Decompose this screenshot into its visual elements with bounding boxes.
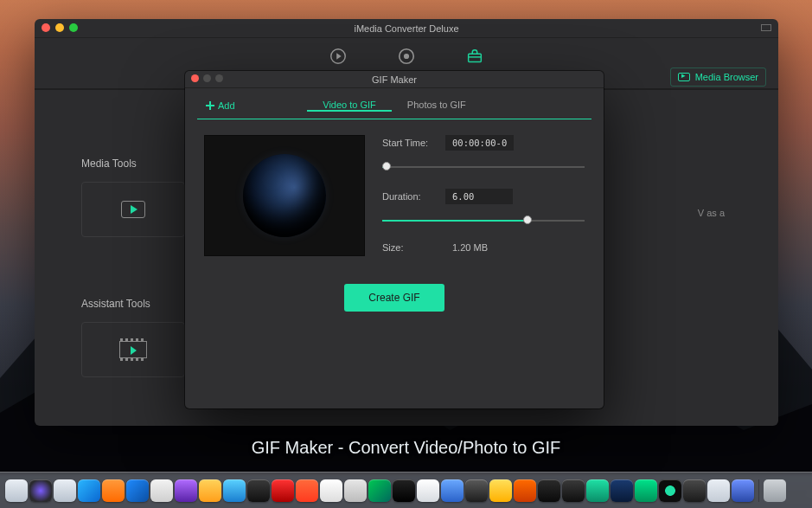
dock-app-12[interactable] bbox=[296, 479, 318, 502]
dock-app-25[interactable] bbox=[611, 479, 633, 502]
media-browser-label: Media Browser bbox=[695, 72, 758, 82]
burn-icon bbox=[397, 47, 416, 66]
size-label: Size: bbox=[382, 242, 437, 253]
dock-app-8[interactable] bbox=[199, 479, 221, 502]
dock[interactable] bbox=[0, 472, 812, 508]
dock-app-17[interactable] bbox=[417, 479, 439, 502]
dock-app-10[interactable] bbox=[247, 479, 270, 502]
dock-app-5[interactable] bbox=[126, 479, 149, 502]
duration-slider[interactable] bbox=[382, 213, 585, 228]
convert-icon bbox=[329, 47, 348, 66]
gif-maker-window: GIF Maker Add Video to GIF Photos to GIF bbox=[185, 71, 604, 408]
size-value: 1.20 MB bbox=[452, 242, 488, 253]
dock-app-15[interactable] bbox=[368, 479, 391, 502]
dock-app-19[interactable] bbox=[465, 479, 488, 502]
svg-rect-4 bbox=[469, 54, 482, 61]
media-browser-button[interactable]: Media Browser bbox=[670, 68, 766, 87]
dock-app-7[interactable] bbox=[175, 479, 197, 502]
gif-controls: Start Time: 00:00:00-0 Duration: 6.00 bbox=[382, 135, 585, 261]
dock-app-26[interactable] bbox=[635, 479, 657, 502]
create-gif-label: Create GIF bbox=[368, 292, 419, 304]
dock-app-16[interactable] bbox=[393, 479, 415, 502]
gif-tool-icon bbox=[119, 341, 147, 358]
minimize-icon[interactable] bbox=[55, 23, 64, 32]
toolbox-icon bbox=[465, 47, 484, 66]
section-assistant-tools: Assistant Tools bbox=[81, 298, 150, 310]
start-time-value[interactable]: 00:00:00-0 bbox=[445, 135, 514, 151]
svg-marker-1 bbox=[337, 53, 342, 59]
dock-app-3[interactable] bbox=[78, 479, 100, 502]
play-icon bbox=[121, 201, 145, 218]
tab-label: Photos to GIF bbox=[407, 100, 466, 110]
dock-app-23[interactable] bbox=[562, 479, 585, 502]
dock-app-6[interactable] bbox=[150, 479, 173, 502]
dock-app-0[interactable] bbox=[5, 479, 28, 502]
dock-app-21[interactable] bbox=[514, 479, 536, 502]
media-tool-card[interactable] bbox=[81, 182, 185, 237]
dock-app-30[interactable] bbox=[732, 479, 754, 502]
dock-app-18[interactable] bbox=[441, 479, 464, 502]
zoom-icon[interactable] bbox=[69, 23, 78, 32]
dock-app-13[interactable] bbox=[320, 479, 342, 502]
svg-point-3 bbox=[405, 55, 409, 59]
dock-app-28[interactable] bbox=[683, 479, 706, 502]
close-icon[interactable] bbox=[191, 74, 199, 82]
media-browser-icon bbox=[678, 73, 690, 81]
minimize-icon bbox=[203, 74, 211, 82]
tab-label: Video to GIF bbox=[323, 100, 376, 110]
desktop: iMedia Converter Deluxe Convert Burn bbox=[0, 0, 812, 508]
dock-app-2[interactable] bbox=[54, 479, 76, 502]
globe-thumbnail bbox=[243, 154, 326, 237]
dock-app-29[interactable] bbox=[707, 479, 730, 502]
duration-value[interactable]: 6.00 bbox=[445, 189, 513, 204]
close-icon[interactable] bbox=[42, 23, 50, 32]
dock-app-22[interactable] bbox=[538, 479, 560, 502]
dock-app-27[interactable] bbox=[659, 479, 681, 502]
dock-app-14[interactable] bbox=[344, 479, 367, 502]
trash-icon[interactable] bbox=[764, 479, 786, 502]
main-titlebar[interactable]: iMedia Converter Deluxe bbox=[35, 19, 778, 38]
tab-video-to-gif[interactable]: Video to GIF bbox=[307, 100, 392, 112]
assistant-tool-card[interactable] bbox=[81, 322, 185, 377]
modal-tabbar: Add Video to GIF Photos to GIF bbox=[197, 92, 591, 119]
main-window-title: iMedia Converter Deluxe bbox=[354, 23, 458, 34]
dock-separator bbox=[758, 479, 759, 502]
dock-app-11[interactable] bbox=[272, 479, 294, 502]
dock-app-24[interactable] bbox=[586, 479, 609, 502]
screenshot-caption: GIF Maker - Convert Video/Photo to GIF bbox=[0, 438, 812, 458]
video-preview[interactable] bbox=[204, 135, 365, 256]
create-gif-button[interactable]: Create GIF bbox=[344, 284, 444, 312]
modal-title: GIF Maker bbox=[372, 74, 417, 85]
start-time-slider[interactable] bbox=[382, 159, 585, 175]
dock-app-20[interactable] bbox=[489, 479, 512, 502]
section-media-tools: Media Tools bbox=[81, 158, 137, 170]
dock-app-1[interactable] bbox=[29, 479, 52, 502]
tab-photos-to-gif[interactable]: Photos to GIF bbox=[392, 100, 482, 110]
duration-label: Duration: bbox=[382, 191, 437, 202]
partial-text-right: V as a bbox=[698, 208, 725, 218]
modal-titlebar[interactable]: GIF Maker bbox=[185, 71, 604, 88]
zoom-icon bbox=[215, 74, 223, 82]
fullscreen-icon[interactable] bbox=[761, 24, 771, 31]
dock-app-9[interactable] bbox=[223, 479, 246, 502]
start-time-label: Start Time: bbox=[382, 138, 437, 148]
dock-app-4[interactable] bbox=[102, 479, 125, 502]
